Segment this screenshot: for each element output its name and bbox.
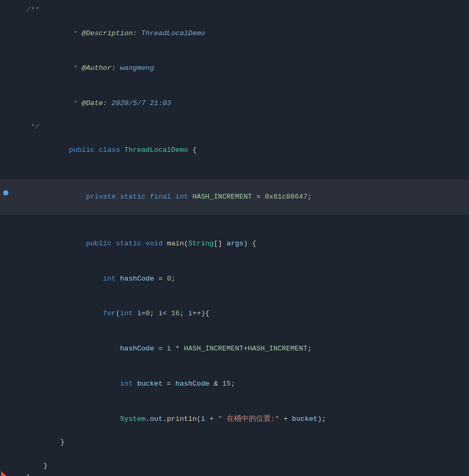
- code-line: for(int i=0; i< 16; i++){: [0, 296, 469, 332]
- code-line: public class ThreadLocalDemo {: [0, 133, 469, 168]
- code-line: [0, 215, 469, 226]
- code-line: System.out.println(i + " 在桶中的位置:" + buck…: [0, 402, 469, 437]
- main-container: /** * @Description: ThreadLocalDemo * @A…: [0, 0, 469, 476]
- code-line: */: [0, 121, 469, 133]
- code-line: }: [0, 437, 469, 448]
- code-line-highlight: private static final int HASH_INCREMENT …: [0, 180, 469, 215]
- code-block: /** * @Description: ThreadLocalDemo * @A…: [0, 0, 469, 476]
- code-line: * @Date: 2020/5/7 21:03: [0, 86, 469, 121]
- code-line: * @Description: ThreadLocalDemo: [0, 16, 469, 51]
- code-line-orange: hashCode = i * HASH_INCREMENT+HASH_INCRE…: [0, 332, 469, 367]
- code-line: [0, 449, 469, 460]
- code-line: public static void main(String[] args) {: [0, 226, 469, 262]
- code-line: }: [0, 472, 469, 476]
- code-line: int hashCode = 0;: [0, 261, 469, 296]
- code-line: * @Author: wangmeng: [0, 51, 469, 86]
- code-line: /**: [0, 4, 469, 16]
- code-line-red: }: [0, 460, 469, 472]
- editor-section: /** * @Description: ThreadLocalDemo * @A…: [0, 0, 469, 476]
- code-line: int bucket = hashCode & 15;: [0, 367, 469, 402]
- code-line: [0, 168, 469, 180]
